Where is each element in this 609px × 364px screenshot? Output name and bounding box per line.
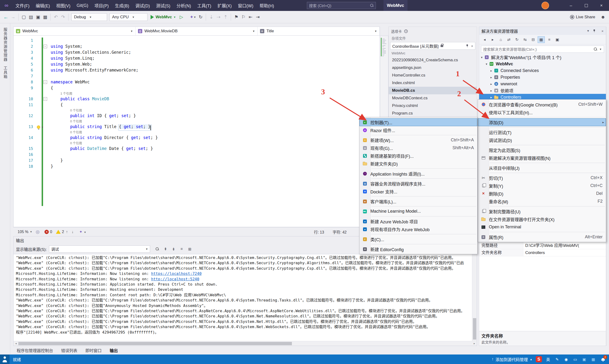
scroll-left-icon[interactable]: ◂	[14, 342, 18, 345]
menu-help[interactable]: 帮助(H)	[256, 0, 277, 11]
menu-test[interactable]: 测试(S)	[153, 0, 173, 11]
document-tab[interactable]: Index.cshtml	[389, 79, 477, 87]
menu-analyze[interactable]: 分析(N)	[173, 0, 194, 11]
properties-icon[interactable]: ≡	[546, 36, 553, 43]
notifications-button[interactable]: 2	[599, 356, 607, 363]
error-count[interactable]: 0	[50, 230, 52, 234]
menu-build[interactable]: 生成(B)	[112, 0, 132, 11]
sogou-input-icon[interactable]: S	[536, 356, 542, 362]
scrollbar-thumb[interactable]	[18, 342, 292, 345]
save-button[interactable]: ▣	[34, 13, 42, 21]
output-source-dropdown[interactable]: 调试▼	[49, 246, 150, 253]
bookmark-button[interactable]: ⚑	[233, 13, 240, 21]
back-icon[interactable]: ◂	[481, 36, 488, 43]
output-horizontal-scrollbar[interactable]: ◂ ▸	[14, 341, 477, 346]
document-tab[interactable]: 20221009080124_CreateSchema.cs	[389, 56, 477, 64]
tab-immediate-window[interactable]: 即时窗口	[85, 347, 102, 353]
menu-item-existing-item[interactable]: ▤ 现有项(G)... Shift+Alt+A	[360, 144, 477, 152]
zoom-dropdown[interactable]: 105 %▼	[16, 230, 34, 234]
navigate-back-button[interactable]: ←	[2, 13, 10, 21]
menu-item-delete[interactable]: × 删除(D) Del	[478, 190, 606, 197]
goto-previous-message-icon[interactable]: ⇞	[162, 246, 169, 252]
minimize-button[interactable]: –	[563, 0, 579, 11]
indent-decrease-button[interactable]: ⇤	[247, 13, 254, 21]
right-scrollbar-strip[interactable]	[606, 26, 609, 346]
output-log[interactable]: "WebMvc.exe" (CoreCLR: clrhost): 已加载"C:\…	[14, 254, 472, 341]
project-dropdown[interactable]: ▦ WebMvc▼	[14, 27, 136, 35]
codelens-references[interactable]: 0 个引用	[14, 119, 380, 124]
menu-window[interactable]: 窗口(W)	[235, 0, 256, 11]
code-cleanup-button[interactable]: ✦▼	[79, 230, 86, 234]
refresh-icon[interactable]: ↻	[513, 36, 521, 43]
account-avatar[interactable]	[541, 2, 549, 9]
property-row[interactable]: 文件夹名称 Controllers	[479, 249, 606, 256]
pencil-icon[interactable]: ✎	[554, 357, 560, 362]
menu-item-properties[interactable]: ⚙ 属性(R) Alt+Enter	[478, 233, 606, 241]
document-tab[interactable]: appsettings.json	[389, 64, 477, 72]
word-wrap-icon[interactable]: ⊞	[186, 246, 193, 252]
type-dropdown[interactable]: {} WebMvc.MovieDB▼	[136, 27, 258, 35]
bookmark-next-button[interactable]: ⚐	[240, 13, 247, 21]
menu-project[interactable]: 项目(P)	[91, 0, 112, 11]
preview-selected-items-icon[interactable]: ▣	[554, 36, 561, 43]
tab-package-manager-console[interactable]: 程序包管理器控制台	[17, 347, 53, 353]
start-debugging-button[interactable]: WebMvc ▼	[151, 15, 176, 19]
solution-platform-dropdown[interactable]: Any CPU▼	[110, 13, 148, 21]
menu-item-class[interactable]: C 类(C)...	[360, 235, 477, 243]
add-to-source-control-button[interactable]: ↑ 添加到源代码管理 ▲	[492, 356, 532, 362]
menu-view[interactable]: 视图(V)	[53, 0, 73, 11]
property-row[interactable]: 完整路径 D:\C#学习\Web 应用\WebMV(	[479, 242, 606, 249]
lightbulb-icon[interactable]: ▼	[37, 125, 46, 130]
gear-icon[interactable]	[404, 29, 408, 33]
quick-search-input[interactable]: 搜索 (Ctrl+Q)	[307, 2, 376, 9]
codelens-references[interactable]: 0 个引用	[14, 130, 380, 135]
navigate-forward-button[interactable]: →	[10, 13, 17, 21]
menu-item-existing-project-as-azure-webjob[interactable]: ▲ 将现有项目作为 Azure WebJob	[360, 225, 477, 233]
microphone-icon[interactable]: ◉	[563, 357, 569, 362]
tab-error-list[interactable]: 错误列表	[61, 347, 77, 353]
menu-file[interactable]: 文件(F)	[12, 0, 33, 11]
server-explorer-tab[interactable]: 服务器资源管理器	[2, 27, 8, 62]
document-tab[interactable]: HomeController.cs	[389, 72, 477, 79]
menu-item-new-solution-explorer-view[interactable]: 新建解决方案资源管理器视图(N)	[478, 154, 606, 162]
home-icon[interactable]: ⌂	[497, 36, 504, 43]
document-tab[interactable]: MovieDBContext.cs	[389, 94, 477, 102]
menu-item-view-in-browser[interactable]: 在浏览器中查看(Google Chrome)(B) Ctrl+Shift+W	[478, 101, 606, 108]
document-tab[interactable]: Program.cs	[389, 110, 477, 117]
chevron-down-icon[interactable]: ▼	[587, 29, 590, 33]
live-share-button[interactable]: Live Share	[570, 15, 595, 19]
ime-language-indicator[interactable]: 英	[545, 356, 551, 362]
tree-item-properties[interactable]: ▸ ⚙ Properties	[479, 74, 606, 80]
tree-item-connected-services[interactable]: ▸ ⚡ Connected Services	[479, 67, 606, 74]
menu-item-copy[interactable]: 复制(Y) Ctrl+C	[478, 182, 606, 190]
solution-configuration-dropdown[interactable]: Debug▼	[71, 13, 107, 21]
warning-count[interactable]: 2	[62, 230, 64, 234]
open-file-button[interactable]: ▤	[27, 13, 34, 21]
feedback-person-icon[interactable]	[0, 354, 10, 364]
pin-icon[interactable]	[466, 44, 469, 47]
menu-item-new-scaffolded-item[interactable]: ▚ 新搭建基架的项目(F)...	[360, 152, 477, 160]
toolbox-tab[interactable]: 工具箱	[2, 66, 8, 79]
menu-tools[interactable]: 工具(T)	[194, 0, 214, 11]
settings-icon[interactable]: ▣	[581, 357, 587, 362]
document-tab-active[interactable]: MovieDB.cs	[389, 87, 477, 94]
solution-explorer-search-input[interactable]: 搜索解决方案资源管理器(Ctrl+;) ▼	[481, 46, 604, 53]
collapse-all-icon[interactable]: ⊟	[529, 36, 537, 43]
menu-item-copy-full-path[interactable]: 复制完整路径(U)	[478, 208, 606, 215]
menu-item-machine-learning-model[interactable]: ML Machine Learning Model...	[360, 208, 477, 215]
menu-item-new-item[interactable]: ✦ 新建项(W)... Ctrl+Shift+A	[360, 136, 477, 144]
menu-extensions[interactable]: 扩展(X)	[214, 0, 235, 11]
tree-item-solution[interactable]: ▾ S 解决方案“WebMvc”(1 个项目/共 1 个)	[479, 54, 606, 61]
solution-explorer-header[interactable]: 解决方案资源管理器 ▼ ×	[479, 27, 606, 35]
menu-debug[interactable]: 调试(D)	[132, 0, 153, 11]
maximize-button[interactable]	[579, 0, 594, 11]
menu-item-exclude-from-project[interactable]: 从项目中排除(J)	[478, 164, 606, 172]
menu-item-client-side-library[interactable]: ◈ 客户端库(L)...	[360, 197, 477, 205]
menu-item-container-orchestrator-support[interactable]: ▥ 容器业务流程协调程序支持...	[360, 180, 477, 187]
start-without-debugging-button[interactable]: ▷	[178, 13, 185, 21]
keyboard-icon[interactable]: ▭	[572, 357, 578, 362]
menu-item-application-insights[interactable]: ◔ Application Insights 遥测(I)...	[360, 170, 477, 178]
document-tab-controllerbase[interactable]: ControllerBase [从元数据] ×	[390, 42, 475, 50]
step-over-button[interactable]: ⇢	[215, 13, 222, 21]
codelens-references[interactable]: 0 个引用	[14, 141, 380, 146]
